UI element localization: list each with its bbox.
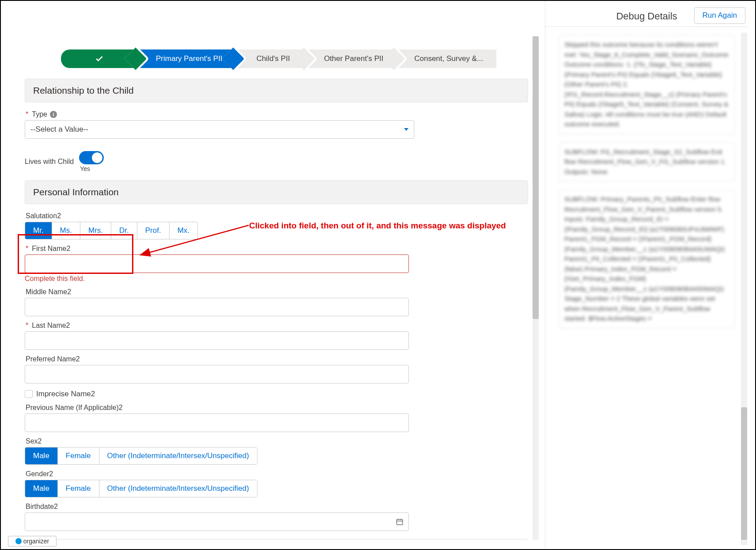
toggle-thumb [92,152,102,163]
first-name-error: Complete this field. [25,275,528,283]
last-name-input[interactable] [25,331,409,350]
type-label: * Type i [26,110,528,118]
lives-with-child-label: Lives with Child [25,158,74,166]
previous-name-label: Previous Name (If Applicable)2 [26,404,528,412]
gender-button-group: Male Female Other (Indeterminate/Interse… [25,480,257,497]
sex-label: Sex2 [26,437,528,445]
section-personal-info: Personal Information [25,180,528,204]
first-name-label: * First Name2 [26,245,528,253]
salutation-mx[interactable]: Mx. [170,222,197,239]
type-select-value: --Select a Value-- [30,125,88,134]
gender-female[interactable]: Female [58,480,99,497]
last-name-label: * Last Name2 [26,322,528,330]
svg-rect-0 [397,520,403,525]
previous-name-input[interactable] [25,413,409,432]
path-step-child[interactable]: Child's PII [236,49,306,68]
salutation-label: Salutation2 [26,212,528,220]
salutation-mr[interactable]: Mr. [25,222,52,239]
gender-male[interactable]: Male [25,480,58,497]
salutation-prof[interactable]: Prof. [137,222,170,239]
preferred-name-label: Preferred Name2 [26,355,528,363]
type-label-text: Type [32,110,47,118]
sex-female[interactable]: Female [58,448,99,464]
annotation-text: Clicked into field, then out of it, and … [249,221,506,231]
calendar-icon[interactable] [396,518,404,526]
middle-name-input[interactable] [25,298,409,316]
sex-male[interactable]: Male [25,448,58,464]
organizer-tag[interactable]: organizer [8,536,57,546]
debug-panel-title: Debug Details [545,1,748,27]
salutation-ms[interactable]: Ms. [52,222,80,239]
birthdate-input[interactable] [25,512,409,531]
organizer-dot-icon [15,538,22,544]
debug-scrollbar-thumb[interactable] [741,407,747,540]
checkmark-icon [95,54,104,63]
first-name-label-text: First Name2 [32,245,70,253]
lives-with-child-toggle[interactable] [79,151,104,164]
required-asterisk: * [26,245,28,253]
salutation-button-group: Mr. Ms. Mrs. Dr. Prof. Mx. [25,222,198,239]
debug-card: SUBFLOW: FG_Recruitment_Stage_S2_Subflow… [559,142,735,182]
preferred-name-input[interactable] [25,365,409,383]
debug-panel-body: Skipped this outcome because its conditi… [545,27,748,531]
section-contact-info: Contact Information [25,539,528,540]
salutation-dr[interactable]: Dr. [111,222,137,239]
organizer-tag-label: organizer [23,538,49,545]
debug-card: SUBFLOW: Primary_Parents_PII_Subflow Ent… [559,190,735,329]
path-step-primary-parent[interactable]: Primary Parent's PII [138,49,236,68]
sex-other[interactable]: Other (Indeterminate/Intersex/Unspecifie… [99,448,257,464]
toggle-state-label: Yes [80,165,104,172]
sex-button-group: Male Female Other (Indeterminate/Interse… [25,447,257,465]
middle-name-label: Middle Name2 [26,288,528,296]
required-asterisk: * [26,110,28,118]
first-name-input[interactable] [25,254,409,273]
path-step-consent[interactable]: Consent, Survey &... [397,49,496,68]
gender-other[interactable]: Other (Indeterminate/Intersex/Unspecifie… [99,480,257,497]
main-scrollbar-thumb[interactable] [533,36,539,319]
gender-label: Gender2 [26,470,528,478]
path-step-complete[interactable] [61,49,138,68]
main-panel: Primary Parent's PII Child's PII Other P… [17,36,537,540]
debug-panel: Debug Details Skipped this outcome becau… [545,1,748,549]
imprecise-name-label: Imprecise Name2 [36,390,95,398]
last-name-label-text: Last Name2 [32,322,70,330]
chevron-down-icon [404,128,408,131]
required-asterisk: * [26,322,28,330]
birthdate-label: Birthdate2 [26,503,528,511]
path-step-other-parent[interactable]: Other Parent's PII [306,49,397,68]
salutation-mrs[interactable]: Mrs. [80,222,111,239]
type-select[interactable]: --Select a Value-- [25,120,414,139]
info-icon[interactable]: i [50,111,57,118]
section-relationship: Relationship to the Child [25,79,528,102]
imprecise-name-checkbox[interactable] [25,390,33,398]
debug-card: Skipped this outcome because its conditi… [559,35,735,134]
path-progress: Primary Parent's PII Child's PII Other P… [61,49,505,68]
